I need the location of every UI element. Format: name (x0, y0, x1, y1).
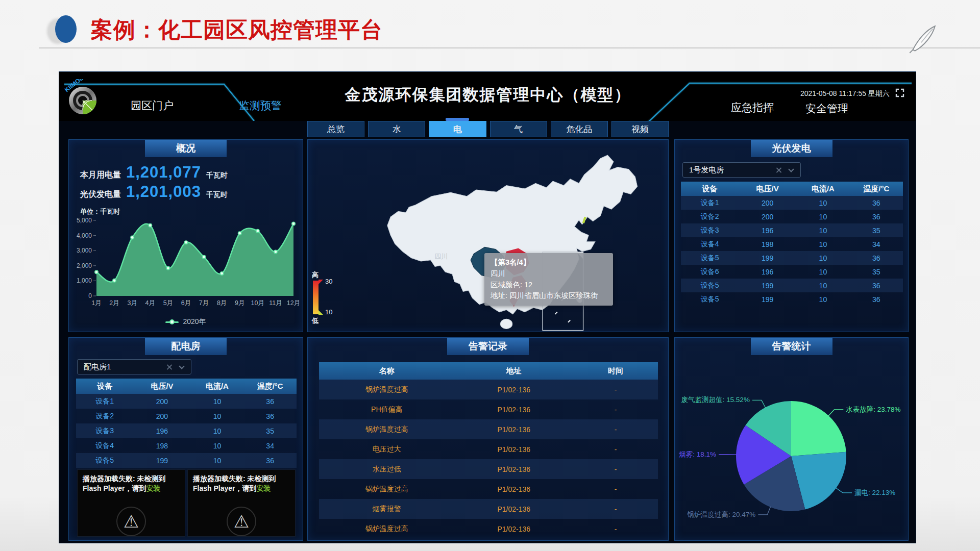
scale-low-label: 低 (312, 316, 318, 325)
tab-危化品[interactable]: 危化品 (551, 121, 608, 137)
dashboard-header: KIIMOU 园区门户 监测预警 金茂源环保集团数据管理中心（模型） 应急指挥 … (59, 72, 916, 121)
table-cell: 36 (850, 199, 903, 207)
legend-label: 2020年 (183, 317, 206, 327)
table-cell: 200 (133, 412, 190, 420)
flash-error-text: Flash Player，请到 (193, 484, 257, 492)
alarm-stats-panel: 告警统计 水表故障: 23.78%漏电: 22.13%锅炉温度过高: 20.47… (674, 337, 909, 541)
scale-handle-max[interactable] (318, 280, 323, 284)
column-header: 设备 (76, 382, 133, 391)
pie-label: 烟雾: 18.1% (678, 450, 716, 458)
power-room-panel: 配电房 配电房1 设备电压/V电流/A温度/°C设备12001036设备2200… (68, 337, 303, 541)
chart-unit-note: 单位：千瓦时 (80, 207, 120, 216)
svg-text:1,000: 1,000 (77, 277, 92, 284)
table-cell: 烟雾报警 (319, 505, 455, 514)
table-row: 设备31961035 (681, 223, 903, 237)
stat-value: 1,201,077 (126, 163, 201, 182)
table-cell: 196 (739, 227, 796, 235)
column-header: 电流/A (796, 184, 849, 194)
table-cell: P1/02-136 (455, 525, 573, 533)
table-cell: - (573, 505, 658, 513)
legend-line-icon (165, 321, 179, 323)
pv-device-table: 设备电压/V电流/A温度/°C设备12001036设备22001036设备319… (681, 182, 903, 306)
slide-title: 案例：化工园区风控管理平台 (91, 15, 383, 45)
pie-label: 锅炉温度过高: 20.47% (687, 511, 755, 518)
table-cell: 199 (739, 282, 796, 290)
table-cell: 35 (850, 227, 903, 235)
table-cell: 196 (739, 268, 796, 276)
tab-气[interactable]: 气 (490, 121, 547, 137)
scale-min-value: 10 (325, 308, 332, 316)
table-cell: 35 (850, 268, 903, 276)
tab-电[interactable]: 电 (429, 121, 486, 137)
svg-text:5月: 5月 (163, 299, 173, 307)
nav-emergency-command[interactable]: 应急指挥 (731, 101, 774, 115)
flash-error-text: Flash Player，请到 (83, 484, 146, 492)
stat-value: 1,201,003 (126, 183, 201, 201)
svg-text:9月: 9月 (235, 299, 244, 307)
table-cell: 196 (133, 427, 190, 435)
column-header: 温度/°C (850, 184, 903, 194)
table-cell: 36 (850, 213, 903, 221)
svg-text:7月: 7月 (199, 299, 209, 307)
pv-power-stat: 光伏发电量 1,201,003 千瓦时 (80, 183, 228, 201)
table-cell: 设备2 (681, 212, 739, 221)
svg-text:2月: 2月 (109, 299, 119, 307)
pie-label: 水表故障: 23.78% (845, 406, 900, 413)
flash-error-text: 播放器加载失败: 未检测到 (83, 474, 166, 483)
title-divider (39, 47, 980, 48)
table-row: 设备22001036 (76, 409, 297, 423)
table-cell: 水压过低 (319, 465, 455, 474)
table-cell: 198 (739, 240, 796, 248)
column-header: 设备 (681, 184, 739, 194)
table-cell: 36 (243, 412, 297, 420)
clear-icon[interactable] (775, 167, 782, 173)
clear-icon[interactable] (166, 364, 173, 370)
table-cell: 10 (796, 295, 849, 304)
svg-text:3月: 3月 (127, 299, 137, 307)
tab-bar: 总览水电气危化品视频 (307, 121, 669, 137)
chevron-down-icon[interactable] (788, 166, 794, 172)
chevron-down-icon[interactable] (179, 363, 184, 369)
svg-text:12月: 12月 (287, 299, 300, 307)
table-cell: PH值偏高 (319, 405, 455, 414)
table-row: 设备61961035 (681, 265, 903, 279)
install-link[interactable]: 安装 (146, 484, 161, 492)
chart-legend[interactable]: 2020年 (69, 317, 303, 327)
pie-slice-水表故障[interactable] (791, 401, 846, 456)
install-link[interactable]: 安装 (257, 484, 271, 492)
select-value: 1号发电房 (689, 165, 724, 175)
table-cell: 36 (243, 397, 297, 406)
tab-总览[interactable]: 总览 (307, 121, 364, 137)
table-row: 设备41981034 (76, 438, 297, 453)
table-cell: 200 (133, 397, 190, 406)
table-cell: 设备5 (681, 254, 739, 263)
video-player-error: 播放器加载失败: 未检测到 Flash Player，请到安装 ⚠ (187, 469, 296, 537)
table-cell: 34 (243, 442, 297, 450)
pv-room-select[interactable]: 1号发电房 (682, 162, 801, 178)
scale-handle-min[interactable] (318, 310, 323, 315)
tab-水[interactable]: 水 (368, 121, 425, 137)
table-header: 设备电压/V电流/A温度/°C (76, 379, 297, 394)
power-room-device-table: 设备电压/V电流/A温度/°C设备12001036设备22001036设备319… (76, 379, 297, 468)
table-cell: 34 (850, 240, 903, 248)
table-row: 设备51991036 (681, 292, 903, 306)
table-row: 电压过大P1/02-136- (319, 439, 658, 459)
table-cell: 锅炉温度过高 (319, 425, 455, 434)
table-header: 设备电压/V电流/A温度/°C (681, 182, 903, 196)
power-room-select[interactable]: 配电房1 (77, 359, 191, 374)
tab-视频[interactable]: 视频 (611, 121, 669, 137)
svg-text:2,000: 2,000 (77, 262, 92, 269)
tooltip-color: 区域颜色: 12 (491, 280, 607, 291)
pv-panel-title: 光伏发电 (751, 140, 832, 157)
table-cell: 设备2 (76, 412, 133, 421)
svg-text:10月: 10月 (251, 299, 264, 307)
fullscreen-icon[interactable] (895, 88, 904, 97)
table-cell: 199 (133, 457, 190, 465)
scale-high-label: 高 (312, 270, 318, 280)
stat-label: 本月用电量 (80, 170, 121, 181)
svg-text:3,000: 3,000 (77, 247, 92, 254)
active-tab-notch (446, 118, 469, 121)
nav-safety-management[interactable]: 安全管理 (805, 102, 848, 116)
table-row: 锅炉温度过高P1/02-136- (319, 419, 658, 439)
table-cell: P1/02-136 (455, 445, 573, 454)
